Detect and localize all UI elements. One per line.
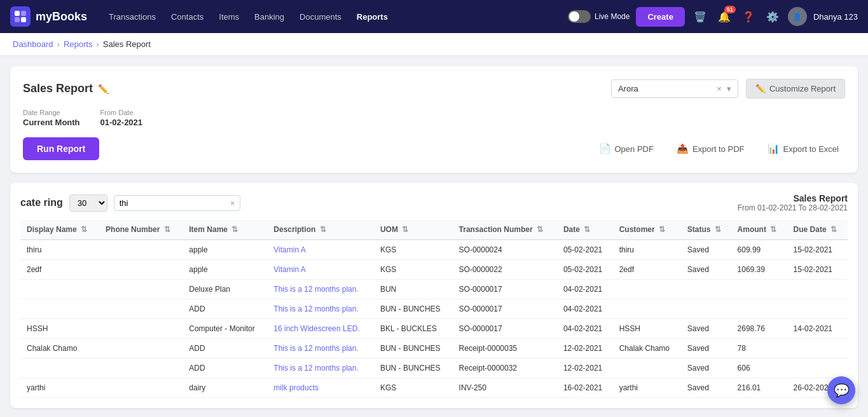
from-date-value: 01-02-2021 <box>100 118 143 127</box>
breadcrumb: Dashboard › Reports › Sales Report <box>0 33 868 56</box>
col-due-date[interactable]: Due Date ⇅ <box>787 220 848 240</box>
logo-area: myBooks <box>10 6 87 27</box>
export-pdf-button[interactable]: 📤 Export to PDF <box>670 139 751 158</box>
per-page-select[interactable]: 30 10 20 50 100 <box>69 195 107 212</box>
table-cell[interactable]: Computer - Monitor <box>183 319 267 339</box>
table-cell <box>99 299 183 319</box>
table-cell: 606 <box>731 359 787 378</box>
table-cell: KGS <box>374 240 453 260</box>
breadcrumb-current: Sales Report <box>103 39 151 49</box>
nav-reports[interactable]: Reports <box>350 8 394 25</box>
table-report-title: Sales Report <box>738 193 848 203</box>
table-cell[interactable]: Vitamin A <box>267 260 374 280</box>
table-cell <box>681 398 731 399</box>
table-cell: SO-0000017 <box>453 299 557 319</box>
nav-banking[interactable]: Banking <box>248 8 291 25</box>
table-cell[interactable]: This is a 12 months plan. <box>267 299 374 319</box>
table-cell: BUN - BUNCHES <box>374 359 453 378</box>
settings-button[interactable]: ⚙️ <box>764 8 782 25</box>
table-cell[interactable]: milk products <box>267 378 374 398</box>
table-toolbar-left: cate ring 30 10 20 50 100 × <box>20 195 240 212</box>
table-cell[interactable]: ADD <box>183 339 267 359</box>
live-mode-toggle[interactable]: Live Mode <box>568 10 630 23</box>
customer-filter-arrow[interactable]: ▾ <box>727 84 731 93</box>
breadcrumb-reports[interactable]: Reports <box>64 39 93 49</box>
trash-button[interactable]: 🗑️ <box>691 8 709 25</box>
col-uom[interactable]: UOM ⇅ <box>374 220 453 240</box>
table-cell: thiru <box>613 240 681 260</box>
table-cell <box>99 359 183 378</box>
table-cell: Saved <box>681 240 731 260</box>
table-cell[interactable]: This is a 12 months plan. <box>267 359 374 378</box>
breadcrumb-dashboard[interactable]: Dashboard <box>13 39 53 49</box>
col-description[interactable]: Description ⇅ <box>267 220 374 240</box>
col-customer[interactable]: Customer ⇅ <box>613 220 681 240</box>
notifications-button[interactable]: 🔔 51 <box>715 8 733 25</box>
table-cell: Saved <box>681 319 731 339</box>
table-cell[interactable]: This is a 12 months plan. <box>267 280 374 299</box>
table-cell[interactable]: 16 inch Widescreen LED. <box>267 319 374 339</box>
table-cell: 12-02-2021 <box>557 339 613 359</box>
svg-rect-1 <box>21 11 26 16</box>
table-row: HSSHComputer - Monitor16 inch Widescreen… <box>20 319 848 339</box>
brand-name: myBooks <box>36 10 87 24</box>
col-status[interactable]: Status ⇅ <box>681 220 731 240</box>
table-cell[interactable]: Vitamin A <box>267 240 374 260</box>
table-cell[interactable]: ADD <box>183 398 267 399</box>
customize-report-button[interactable]: ✏️ Customize Report <box>746 79 845 99</box>
table-report-range: From 01-02-2021 To 28-02-2021 <box>738 203 848 212</box>
table-cell <box>99 280 183 299</box>
table-cell: BUN - BUNCHES <box>374 299 453 319</box>
edit-icon[interactable]: ✏️ <box>98 84 109 94</box>
toggle-switch[interactable] <box>568 10 591 23</box>
table-cell[interactable]: dairy <box>183 378 267 398</box>
open-pdf-button[interactable]: 📄 Open PDF <box>593 139 660 158</box>
date-range-value: Current Month <box>23 118 80 127</box>
table-cell[interactable]: ADD <box>183 359 267 378</box>
search-clear-icon[interactable]: × <box>230 198 235 208</box>
table-cell: 04-02-2021 <box>557 280 613 299</box>
table-cell: 609.99 <box>731 240 787 260</box>
nav-items[interactable]: Items <box>212 8 245 25</box>
col-amount[interactable]: Amount ⇅ <box>731 220 787 240</box>
customer-filter-select[interactable]: Arora × ▾ <box>611 79 738 98</box>
table-cell: yarthi <box>613 378 681 398</box>
table-cell[interactable]: ADD <box>183 299 267 319</box>
chat-bubble[interactable]: 💬 <box>827 376 855 404</box>
create-button[interactable]: Create <box>636 7 684 27</box>
nav-contacts[interactable]: Contacts <box>165 8 210 25</box>
customize-icon: ✏️ <box>755 84 766 93</box>
col-transaction-number[interactable]: Transaction Number ⇅ <box>453 220 557 240</box>
table-cell <box>731 280 787 299</box>
table-cell[interactable]: apple <box>183 240 267 260</box>
col-item-name[interactable]: Item Name ⇅ <box>183 220 267 240</box>
customer-filter-clear[interactable]: × <box>717 84 722 93</box>
table-row: thiruappleVitamin AKGSSO-000002405-02-20… <box>20 240 848 260</box>
date-row: Date Range Current Month From Date 01-02… <box>23 109 845 127</box>
filter-area: Arora × ▾ ✏️ Customize Report <box>611 79 845 99</box>
date-range-field: Date Range Current Month <box>23 109 80 127</box>
table-cell: 05-02-2021 <box>557 260 613 280</box>
export-excel-icon: 📊 <box>768 143 780 154</box>
run-report-button[interactable]: Run Report <box>23 137 99 160</box>
search-input[interactable] <box>120 198 226 208</box>
open-pdf-label: Open PDF <box>615 144 654 154</box>
logo-icon <box>10 6 31 27</box>
export-excel-button[interactable]: 📊 Export to Excel <box>761 139 845 158</box>
table-cell: BUN - BUNCHES <box>374 339 453 359</box>
table-container[interactable]: Display Name ⇅ Phone Number ⇅ Item Name … <box>20 220 848 398</box>
col-display-name[interactable]: Display Name ⇅ <box>20 220 99 240</box>
action-row: Run Report 📄 Open PDF 📤 Export to PDF 📊 … <box>23 137 845 160</box>
table-cell[interactable]: This is a 12 months plan. <box>267 398 374 399</box>
nav-documents[interactable]: Documents <box>293 8 348 25</box>
table-cell[interactable]: Deluxe Plan <box>183 280 267 299</box>
table-cell <box>787 299 848 319</box>
help-button[interactable]: ❓ <box>740 8 757 25</box>
table-cell[interactable]: This is a 12 months plan. <box>267 339 374 359</box>
nav-transactions[interactable]: Transactions <box>102 8 162 25</box>
svg-rect-3 <box>21 17 26 22</box>
table-cell: 04-02-2021 <box>557 319 613 339</box>
col-date[interactable]: Date ⇅ <box>557 220 613 240</box>
col-phone-number[interactable]: Phone Number ⇅ <box>99 220 183 240</box>
table-cell[interactable]: apple <box>183 260 267 280</box>
